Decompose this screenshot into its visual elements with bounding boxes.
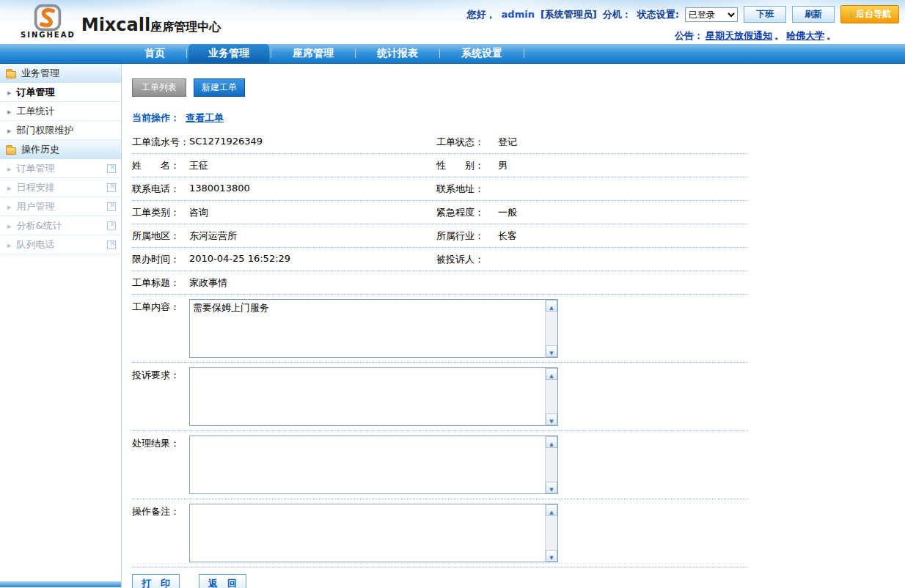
ticket-content-textarea[interactable]: 需要保姆上门服务 <box>189 299 558 358</box>
main-panel: 工单列表 新建工单 当前操作：查看工单 工单流水号：SC1271926349 工… <box>122 64 905 587</box>
backend-nav-button[interactable]: 后台导航 <box>840 5 899 23</box>
user-bar-line1: 您好， admin [系统管理员] 分机： 状态设置: 已登录 下班 刷新 后台… <box>467 5 899 23</box>
ticket-form: 工单流水号：SC1271926349 工单状态：登记 姓 名：王征 性 别：男 … <box>132 131 748 588</box>
field-label: 处理结果： <box>132 436 189 494</box>
main-nav: 首页 业务管理 座席管理 统计报表 系统设置 <box>0 44 905 64</box>
scroll-down-icon[interactable] <box>546 414 557 425</box>
nav-divider <box>271 49 271 58</box>
arrow-icon <box>7 163 12 174</box>
sidebar-item-label: 订单管理 <box>17 86 55 99</box>
sidebar-item-label: 部门权限维护 <box>17 124 74 137</box>
refresh-button[interactable]: 刷新 <box>792 6 835 23</box>
folder-icon <box>6 71 16 78</box>
sidebar-item-schedule[interactable]: 日程安排 <box>0 178 121 197</box>
scrollbar[interactable] <box>545 300 557 357</box>
field-label: 联系电话： <box>132 183 189 196</box>
scroll-down-icon[interactable] <box>546 550 557 562</box>
notice-link-holiday[interactable]: 星期天放假通知 <box>706 29 772 43</box>
ticket-list-button[interactable]: 工单列表 <box>132 78 186 97</box>
logo-block: SINGHEAD <box>21 3 76 39</box>
sidebar-item-analysis-stats[interactable]: 分析&统计 <box>0 216 121 235</box>
textarea-value <box>190 504 557 507</box>
tab-seat-mgmt[interactable]: 座席管理 <box>273 44 353 63</box>
textarea-value <box>190 368 557 371</box>
panel-close-icon[interactable] <box>107 202 116 211</box>
ticket-type-value: 咨询 <box>189 206 208 219</box>
tab-system-settings[interactable]: 系统设置 <box>441 44 522 63</box>
sidebar-item-label: 分析&统计 <box>17 219 62 232</box>
user-bar: 您好， admin [系统管理员] 分机： 状态设置: 已登录 下班 刷新 后台… <box>467 5 899 43</box>
textarea-row: 投诉要求： <box>132 363 748 431</box>
toolbar: 工单列表 新建工单 <box>132 78 905 97</box>
panel-close-icon[interactable] <box>107 240 116 249</box>
panel-close-icon[interactable] <box>107 183 116 192</box>
operation-note-textarea[interactable] <box>189 504 558 562</box>
form-row: 联系电话：1380013800 联系地址： <box>132 177 748 201</box>
field-label: 工单内容： <box>132 299 189 358</box>
field-label: 工单状态： <box>436 136 498 149</box>
tab-report[interactable]: 统计报表 <box>357 44 438 63</box>
status-select[interactable]: 已登录 <box>685 7 738 22</box>
field-label: 所属地区： <box>132 229 189 243</box>
scrollbar[interactable] <box>545 368 557 425</box>
ticket-title-value: 家政事情 <box>189 276 227 290</box>
sidebar-item-order-mgmt[interactable]: 订单管理 <box>0 83 121 102</box>
logo-wordmark: SINGHEAD <box>21 31 76 39</box>
brand: SINGHEAD Mixcall座席管理中心 <box>21 3 221 39</box>
form-row: 姓 名：王征 性 别：男 <box>132 154 748 177</box>
sidebar-section-history[interactable]: 操作历史 <box>0 140 121 159</box>
scroll-up-icon[interactable] <box>546 436 557 448</box>
scroll-down-icon[interactable] <box>546 345 557 357</box>
sidebar-item-label: 队列电话 <box>17 238 55 251</box>
sidebar-item-label: 工单统计 <box>17 105 55 118</box>
arrow-icon <box>7 182 12 193</box>
panel-close-icon[interactable] <box>107 164 116 173</box>
form-row: 限办时间：2010-04-25 16:52:29 被投诉人： <box>132 248 748 271</box>
textarea-row: 工单内容： 需要保姆上门服务 <box>132 295 748 363</box>
scroll-up-icon[interactable] <box>546 504 557 516</box>
form-row: 所属地区：东河运营所 所属行业：长客 <box>132 224 748 248</box>
scroll-up-icon[interactable] <box>546 368 557 380</box>
phone-value: 1380013800 <box>189 183 250 196</box>
arrow-icon <box>7 106 12 117</box>
down-arrow-icon <box>849 10 853 20</box>
scrollbar[interactable] <box>545 504 557 562</box>
back-button[interactable]: 返 回 <box>199 574 246 588</box>
nav-divider <box>186 49 187 58</box>
new-ticket-button[interactable]: 新建工单 <box>194 78 245 97</box>
sidebar-item-user-mgmt[interactable]: 用户管理 <box>0 197 121 216</box>
field-label: 投诉要求： <box>132 367 189 426</box>
notice-link-harvard[interactable]: 哈佛大学 <box>786 29 824 43</box>
sidebar-item-order-mgmt-history[interactable]: 订单管理 <box>0 159 121 178</box>
breadcrumb: 当前操作：查看工单 <box>132 111 905 125</box>
singhead-logo-icon <box>33 3 62 32</box>
handle-result-textarea[interactable] <box>189 436 558 494</box>
panel-close-icon[interactable] <box>107 221 116 230</box>
complaint-request-textarea[interactable] <box>189 367 558 426</box>
tab-business-mgmt[interactable]: 业务管理 <box>188 44 269 63</box>
form-row: 工单标题：家政事情 <box>132 271 748 295</box>
field-label: 工单流水号： <box>132 136 189 149</box>
field-label: 工单类别： <box>132 206 189 219</box>
view-ticket-link[interactable]: 查看工单 <box>186 112 224 123</box>
off-work-button[interactable]: 下班 <box>744 6 786 23</box>
sidebar-item-label: 用户管理 <box>17 200 55 213</box>
arrow-icon <box>7 239 12 250</box>
tab-home[interactable]: 首页 <box>125 44 185 63</box>
textarea-value <box>190 436 557 439</box>
sidebar-item-dept-permission[interactable]: 部门权限维护 <box>0 121 121 140</box>
print-button[interactable]: 打 印 <box>132 574 180 588</box>
sidebar-item-queue-calls[interactable]: 队列电话 <box>0 235 121 254</box>
app-name: Mixcall <box>81 15 150 35</box>
form-footer: 打 印 返 回 <box>132 574 748 588</box>
scroll-up-icon[interactable] <box>546 300 557 312</box>
field-label: 被投诉人： <box>436 253 498 266</box>
scrollbar[interactable] <box>545 436 557 493</box>
sidebar-item-ticket-stats[interactable]: 工单统计 <box>0 102 121 121</box>
textarea-row: 操作备注： <box>132 499 748 567</box>
scroll-down-icon[interactable] <box>546 482 557 493</box>
textarea-row: 处理结果： <box>132 431 748 499</box>
sidebar-item-label: 订单管理 <box>17 162 55 175</box>
sidebar-section-business[interactable]: 业务管理 <box>0 64 121 83</box>
textarea-value: 需要保姆上门服务 <box>190 300 557 316</box>
